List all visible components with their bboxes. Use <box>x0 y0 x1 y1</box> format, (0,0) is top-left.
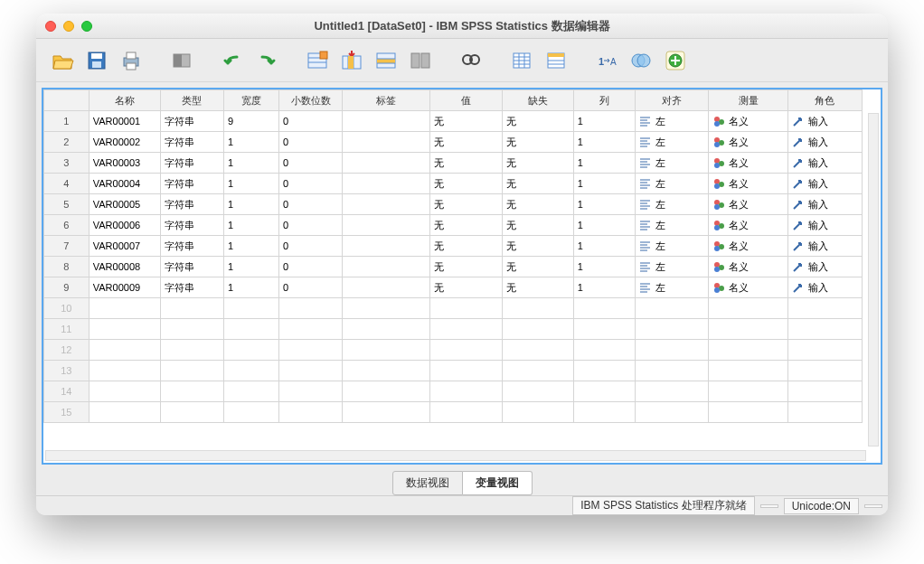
cell-columns[interactable]: 1 <box>573 236 635 257</box>
cell-role[interactable]: 输入 <box>788 194 862 215</box>
row-number[interactable]: 14 <box>44 381 90 402</box>
row-number[interactable]: 9 <box>44 277 90 298</box>
empty-cell[interactable] <box>89 298 160 319</box>
empty-cell[interactable] <box>224 298 279 319</box>
empty-cell[interactable] <box>430 381 502 402</box>
empty-cell[interactable] <box>160 319 223 340</box>
tab-data-view[interactable]: 数据视图 <box>392 471 463 495</box>
empty-cell[interactable] <box>708 402 787 423</box>
empty-cell[interactable] <box>502 402 573 423</box>
select-cases-button[interactable] <box>541 45 571 76</box>
cell-name[interactable]: VAR00001 <box>89 111 160 132</box>
col-header[interactable]: 标签 <box>343 90 430 111</box>
empty-cell[interactable] <box>573 319 635 340</box>
empty-cell[interactable] <box>708 381 787 402</box>
split-file-button[interactable] <box>405 45 436 76</box>
cell-name[interactable]: VAR00004 <box>89 174 160 194</box>
cell-role[interactable]: 输入 <box>788 236 862 257</box>
cell-values[interactable]: 无 <box>430 215 502 236</box>
cell-type[interactable]: 字符串 <box>160 174 223 194</box>
empty-cell[interactable] <box>89 361 160 381</box>
use-variable-sets-button[interactable] <box>626 45 656 76</box>
cell-label[interactable] <box>343 257 430 277</box>
empty-cell[interactable] <box>573 381 635 402</box>
print-button[interactable] <box>116 45 146 76</box>
cell-width[interactable]: 1 <box>224 174 279 194</box>
empty-cell[interactable] <box>279 402 343 423</box>
empty-cell[interactable] <box>343 298 430 319</box>
cell-measure[interactable]: 名义 <box>708 153 787 174</box>
empty-row[interactable]: 15 <box>44 402 881 423</box>
col-header[interactable]: 宽度 <box>224 90 279 111</box>
empty-row[interactable]: 13 <box>44 361 881 381</box>
cell-type[interactable]: 字符串 <box>160 132 223 153</box>
cell-measure[interactable]: 名义 <box>708 277 787 298</box>
col-header[interactable]: 测量 <box>708 90 787 111</box>
row-number[interactable]: 5 <box>44 194 90 215</box>
empty-cell[interactable] <box>635 381 708 402</box>
find-button[interactable] <box>456 45 486 76</box>
cell-role[interactable]: 输入 <box>788 257 862 277</box>
cell-width[interactable]: 1 <box>224 236 279 257</box>
cell-type[interactable]: 字符串 <box>160 236 223 257</box>
cell-values[interactable]: 无 <box>430 277 502 298</box>
empty-cell[interactable] <box>430 298 502 319</box>
col-header[interactable]: 列 <box>573 90 635 111</box>
empty-cell[interactable] <box>502 319 573 340</box>
empty-cell[interactable] <box>160 381 223 402</box>
insert-case-button[interactable] <box>371 45 401 76</box>
variable-row[interactable]: 9VAR00009字符串10无无1左名义输入 <box>44 277 881 298</box>
horizontal-scrollbar[interactable] <box>45 450 866 461</box>
empty-cell[interactable] <box>224 381 279 402</box>
weight-case-button[interactable] <box>506 45 537 76</box>
cell-role[interactable]: 输入 <box>788 277 862 298</box>
cell-align[interactable]: 左 <box>635 132 708 153</box>
cell-columns[interactable]: 1 <box>573 257 635 277</box>
empty-cell[interactable] <box>573 402 635 423</box>
empty-cell[interactable] <box>279 381 343 402</box>
row-number[interactable]: 10 <box>44 298 90 319</box>
cell-measure[interactable]: 名义 <box>708 236 787 257</box>
row-number[interactable]: 3 <box>44 153 90 174</box>
empty-cell[interactable] <box>160 298 223 319</box>
cell-type[interactable]: 字符串 <box>160 257 223 277</box>
tab-variable-view[interactable]: 变量视图 <box>463 471 533 495</box>
cell-align[interactable]: 左 <box>635 111 708 132</box>
cell-values[interactable]: 无 <box>430 257 502 277</box>
empty-cell[interactable] <box>573 340 635 361</box>
cell-type[interactable]: 字符串 <box>160 194 223 215</box>
cell-missing[interactable]: 无 <box>502 257 573 277</box>
cell-missing[interactable]: 无 <box>502 174 573 194</box>
empty-cell[interactable] <box>502 361 573 381</box>
cell-width[interactable]: 1 <box>224 194 279 215</box>
cell-measure[interactable]: 名义 <box>708 257 787 277</box>
cell-decimals[interactable]: 0 <box>279 132 343 153</box>
row-number[interactable]: 2 <box>44 132 90 153</box>
empty-cell[interactable] <box>708 361 787 381</box>
variable-row[interactable]: 7VAR00007字符串10无无1左名义输入 <box>44 236 881 257</box>
cell-width[interactable]: 1 <box>224 257 279 277</box>
col-header[interactable]: 小数位数 <box>279 90 343 111</box>
cell-decimals[interactable]: 0 <box>279 111 343 132</box>
cell-role[interactable]: 输入 <box>788 132 862 153</box>
run-button[interactable] <box>660 45 691 76</box>
cell-values[interactable]: 无 <box>430 236 502 257</box>
cell-label[interactable] <box>343 215 430 236</box>
cell-width[interactable]: 1 <box>224 153 279 174</box>
variable-row[interactable]: 4VAR00004字符串10无无1左名义输入 <box>44 174 881 194</box>
cell-columns[interactable]: 1 <box>573 111 635 132</box>
cell-decimals[interactable]: 0 <box>279 257 343 277</box>
cell-decimals[interactable]: 0 <box>279 174 343 194</box>
row-number[interactable]: 4 <box>44 174 90 194</box>
cell-type[interactable]: 字符串 <box>160 111 223 132</box>
empty-cell[interactable] <box>635 402 708 423</box>
goto-case-button[interactable] <box>166 45 197 76</box>
cell-values[interactable]: 无 <box>430 111 502 132</box>
empty-cell[interactable] <box>430 319 502 340</box>
empty-cell[interactable] <box>89 340 160 361</box>
cell-name[interactable]: VAR00009 <box>89 277 160 298</box>
cell-decimals[interactable]: 0 <box>279 215 343 236</box>
cell-label[interactable] <box>343 153 430 174</box>
variable-row[interactable]: 1VAR00001字符串90无无1左名义输入 <box>44 111 881 132</box>
cell-name[interactable]: VAR00007 <box>89 236 160 257</box>
